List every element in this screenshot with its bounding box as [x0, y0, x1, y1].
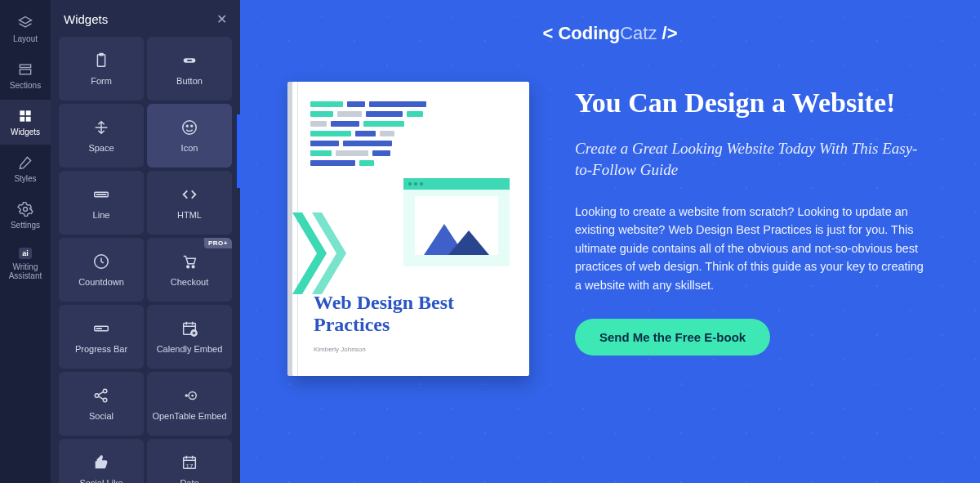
rail-item-widgets[interactable]: Widgets — [0, 100, 51, 145]
widget-label: Checkout — [171, 277, 208, 287]
widget-label: Line — [93, 210, 110, 220]
chevrons-graphic — [292, 212, 358, 294]
rail-label: Writing Assistant — [0, 262, 51, 280]
widget-space[interactable]: Space — [59, 104, 144, 168]
widget-opentable-embed[interactable]: OpenTable Embed — [147, 372, 232, 436]
code-lines-graphic — [310, 101, 511, 166]
svg-point-18 — [192, 266, 194, 268]
rail-item-writing-assistant[interactable]: ai Writing Assistant — [0, 239, 51, 288]
svg-point-12 — [186, 125, 188, 127]
cta-button[interactable]: Send Me the Free E-book — [575, 319, 770, 356]
widget-form[interactable]: Form — [59, 37, 144, 101]
widget-label: Progress Bar — [75, 344, 127, 354]
widget-label: Social — [89, 411, 114, 421]
code-icon — [180, 186, 198, 203]
ai-icon: ai — [19, 248, 32, 259]
widget-label: Form — [91, 76, 112, 86]
rail-label: Styles — [14, 174, 36, 183]
svg-rect-1 — [20, 69, 30, 74]
share-icon — [92, 387, 110, 405]
brand-logo: < CodingCatz /> — [240, 0, 980, 44]
headline: You Can Design a Website! — [575, 87, 928, 120]
widget-social[interactable]: Social — [59, 372, 144, 436]
widgets-icon — [17, 108, 33, 124]
close-icon[interactable]: ✕ — [216, 11, 227, 27]
canvas-preview[interactable]: < CodingCatz /> Web D — [240, 0, 980, 483]
widget-line[interactable]: Line — [59, 171, 144, 235]
rail-label: Settings — [11, 221, 40, 230]
widget-label: HTML — [177, 210, 202, 220]
svg-rect-2 — [20, 110, 24, 115]
layers-icon — [17, 15, 33, 31]
widget-checkout[interactable]: PRO+ Checkout — [147, 238, 232, 302]
svg-point-13 — [191, 125, 193, 127]
app-root: Layout Sections Widgets Styles Settings … — [0, 0, 980, 483]
widget-label: Calendly Embed — [157, 344, 223, 354]
subheadline: Create a Great Looking Website Today Wit… — [575, 138, 928, 181]
svg-rect-10 — [187, 60, 192, 61]
svg-point-26 — [185, 394, 189, 397]
widget-icon[interactable]: Icon — [147, 104, 232, 168]
rail-item-sections[interactable]: Sections — [0, 53, 51, 98]
widget-calendly-embed[interactable]: Calendly Embed — [147, 305, 232, 369]
widget-social-like[interactable]: Social Like — [59, 439, 144, 483]
svg-point-11 — [183, 121, 197, 135]
hero-row: Web Design Best Practices Kimberly Johns… — [240, 44, 980, 376]
left-rail: Layout Sections Widgets Styles Settings … — [0, 0, 51, 483]
rail-label: Widgets — [11, 127, 40, 136]
svg-rect-8 — [99, 53, 104, 56]
widget-label: Countdown — [78, 277, 124, 287]
svg-point-17 — [187, 266, 189, 268]
smiley-icon — [180, 119, 198, 136]
svg-rect-15 — [96, 194, 107, 195]
gear-icon — [17, 201, 33, 217]
widget-grid: Form Button Space Icon Line HTML — [51, 37, 240, 483]
book-author: Kimberly Johnson — [314, 346, 366, 353]
cart-icon — [180, 253, 198, 271]
widget-countdown[interactable]: Countdown — [59, 238, 144, 302]
line-icon — [92, 186, 110, 203]
calendar-plus-icon — [180, 320, 198, 338]
widget-button[interactable]: Button — [147, 37, 232, 101]
svg-point-28 — [191, 395, 194, 397]
widget-label: Button — [176, 76, 203, 86]
rail-item-layout[interactable]: Layout — [0, 7, 51, 51]
sections-icon — [17, 61, 33, 78]
calendar-date-icon: 17 — [180, 454, 198, 472]
widget-label: Date — [180, 478, 198, 483]
svg-rect-5 — [26, 117, 31, 122]
thumbs-up-icon — [92, 454, 110, 472]
widget-label: Space — [88, 143, 114, 153]
rail-item-styles[interactable]: Styles — [0, 146, 51, 191]
rail-label: Layout — [13, 34, 38, 43]
widget-label: Icon — [181, 143, 198, 153]
ebook-mockup: Web Design Best Practices Kimberly Johns… — [292, 82, 529, 376]
space-icon — [92, 119, 110, 136]
svg-rect-7 — [97, 55, 105, 67]
book-title: Web Design Best Practices — [314, 292, 508, 337]
opentable-icon — [180, 387, 198, 405]
svg-rect-0 — [20, 65, 30, 67]
rail-label: Sections — [10, 81, 41, 90]
pro-badge: PRO+ — [204, 238, 232, 248]
widget-html[interactable]: HTML — [147, 171, 232, 235]
svg-rect-20 — [96, 328, 102, 329]
brush-icon — [17, 154, 33, 171]
widget-progress-bar[interactable]: Progress Bar — [59, 305, 144, 369]
panel-title: Widgets — [64, 12, 108, 26]
body-copy: Looking to create a website from scratch… — [575, 203, 928, 294]
panel-header: Widgets ✕ — [51, 0, 240, 37]
widgets-panel: Widgets ✕ Form Button Space Icon — [51, 0, 240, 483]
browser-graphic — [403, 178, 510, 266]
hero-copy: You Can Design a Website! Create a Great… — [575, 82, 928, 376]
svg-rect-3 — [26, 110, 31, 115]
clipboard-icon — [92, 51, 110, 69]
svg-point-6 — [24, 208, 28, 212]
progress-icon — [92, 320, 110, 338]
widget-date[interactable]: 17 Date — [147, 439, 232, 483]
widget-label: Social Like — [79, 478, 122, 483]
rail-item-settings[interactable]: Settings — [0, 193, 51, 238]
svg-rect-4 — [20, 117, 24, 122]
clock-icon — [92, 253, 110, 271]
widget-label: OpenTable Embed — [152, 411, 226, 421]
